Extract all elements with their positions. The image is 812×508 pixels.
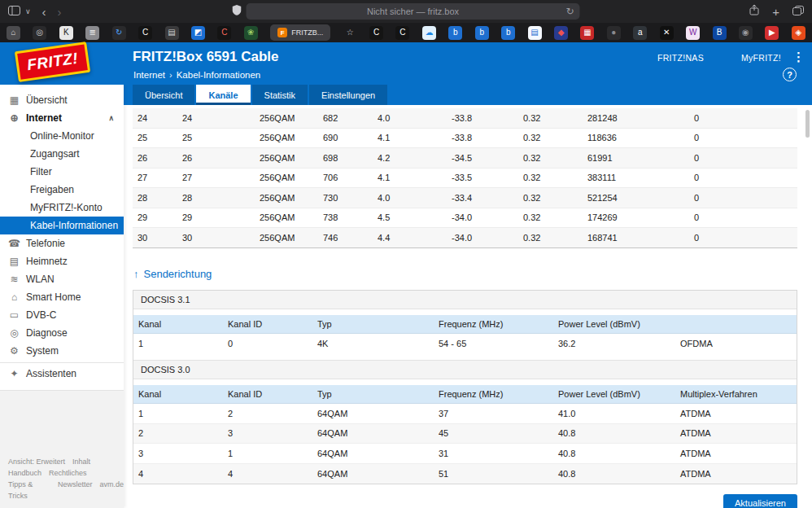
play-favicon[interactable]: ▶ [765,26,779,40]
table-cell: 2 [138,428,228,438]
table-row: 2424256QAM6824.0-33.80.322812480 [133,108,797,129]
sidebar-item-bersicht[interactable]: ▦Übersicht [0,91,124,109]
fritzbox-active-tab[interactable]: FFRITZB... [270,24,330,41]
forward-button[interactable]: › [58,6,62,18]
sidebar-item-system[interactable]: ⚙System [0,342,124,360]
red-grid-favicon[interactable]: ▦ [580,26,594,40]
sidebar-item-wlan[interactable]: ≋WLAN [0,270,124,288]
table-cell: 30 [138,233,182,243]
breadcrumb: Internet › Kabel-Informationen [133,70,260,80]
sidebar-item-freigaben[interactable]: Freigaben [0,181,124,199]
doc-favicon[interactable]: ≣ [85,26,99,40]
footer-link-ansicht-erweitert[interactable]: Ansicht: Erweitert [8,456,65,467]
footer-link-inhalt[interactable]: Inhalt [72,456,90,467]
purple-favicon[interactable]: W [686,26,700,40]
sidebar-item-heimnetz[interactable]: ▤Heimnetz [0,252,124,270]
table-cell: 64QAM [317,409,439,418]
footer-link-tipps-tricks[interactable]: Tipps & Tricks [8,479,50,501]
table-row: 3164QAM3140.8ATDMA [133,444,797,464]
table-cell: 64QAM [317,469,439,479]
table-row: 2727256QAM7064.1-33.50.323831110 [133,169,797,189]
overflow-menu-icon[interactable]: ⋮ [792,50,805,64]
table-cell: -33.4 [452,193,523,203]
chevron-down-icon[interactable]: ∨ [25,8,31,15]
sidebar-item-dvb-c[interactable]: ▭DVB-C [0,306,124,324]
tab-uebersicht[interactable]: Übersicht [133,85,194,105]
sidebar-item-telefonie[interactable]: ☎Telefonie [0,234,124,252]
c-red-favicon[interactable]: C [217,26,231,40]
sidebar-item-online-monitor[interactable]: Online-Monitor [0,127,124,145]
address-bar[interactable]: Nicht sicher — fritz.box ↻ [247,3,580,20]
table-row: 4464QAM5140.8ATDMA [133,464,797,484]
dark-ring-favicon[interactable]: ◉ [739,26,753,40]
doc-blue-favicon[interactable]: ▤ [528,26,542,40]
table-cell: 3 [228,428,317,438]
leaf-favicon[interactable]: ❀ [244,26,258,40]
sidebar-item-internet[interactable]: ⊕Internet∧ [0,109,124,127]
refresh-button[interactable]: Aktualisieren [723,494,797,508]
docsis30-title: DOCSIS 3.0 [133,360,797,379]
scrollbar-thumb[interactable] [805,110,810,138]
b1-favicon[interactable]: b [448,26,462,40]
sidebar-item-diagnose[interactable]: ◎Diagnose [0,324,124,342]
table-cell: 2 [228,409,317,418]
back-button[interactable]: ‹ [42,6,46,18]
x-favicon[interactable]: ✕ [660,26,674,40]
sidebar-item-label: WLAN [26,274,55,285]
sidebar-item-kabel-informationen[interactable]: Kabel-Informationen [0,217,124,234]
share-icon[interactable] [749,4,759,19]
b3-favicon[interactable]: b [501,26,515,40]
fritz-favicon-icon: F [277,28,287,37]
table-cell: 0 [228,339,317,348]
tab-einstellungen[interactable]: Einstellungen [309,85,387,105]
grid-favicon[interactable]: ▤ [165,26,179,40]
table-cell: 4.1 [378,133,452,142]
dark-dot-favicon[interactable]: ● [607,26,621,40]
orange-favicon[interactable]: ◈ [792,26,805,40]
senderichtung-heading[interactable]: ↑ Senderichtung [133,268,797,280]
privacy-shield-icon[interactable] [233,4,242,19]
ring-favicon[interactable]: ◎ [33,26,46,40]
footer-link-avm-de[interactable]: avm.de [99,479,124,501]
sidebar-item-label: Filter [30,166,52,177]
a-favicon[interactable]: a [633,26,647,40]
sidebar-item-myfritz-konto[interactable]: MyFRITZ!-Konto [0,199,124,217]
table-cell: 40.8 [558,449,680,458]
c3-favicon[interactable]: C [395,26,409,40]
help-button[interactable]: ? [783,68,797,81]
new-tab-icon[interactable]: + [772,5,779,19]
b2-favicon[interactable]: b [475,26,489,40]
reload-icon[interactable]: ↻ [565,6,574,17]
c2-favicon[interactable]: C [369,26,383,40]
sidebar-item-assistenten[interactable]: ✦Assistenten [0,362,124,382]
sidebar-item-zugangsart[interactable]: Zugangsart [0,145,124,163]
footer-link-handbuch[interactable]: Handbuch [8,467,41,479]
star-favicon[interactable]: ☆ [343,26,357,40]
c-favicon[interactable]: C [138,26,152,40]
table-cell: ATDMA [680,409,797,418]
tab-statistik[interactable]: Statistik [252,85,308,105]
sync-favicon[interactable]: ↻ [112,26,126,40]
table-cell: 27 [182,173,260,182]
sidebar-item-filter[interactable]: Filter [0,163,124,181]
myfritz-link[interactable]: MyFRITZ! [741,53,781,63]
footer-link-rechtliches[interactable]: Rechtliches [49,467,87,479]
tab-kanaele[interactable]: Kanäle [196,85,250,105]
tab-overview-icon[interactable] [792,4,804,19]
footer-link-newsletter[interactable]: Newsletter [58,479,93,501]
sidebar-toggle-icon[interactable] [8,4,20,19]
fritz-logo[interactable]: FRITZ! [15,42,91,82]
blue-app-favicon[interactable]: ◩ [191,26,205,40]
cloud-favicon[interactable]: ☁ [422,26,436,40]
table-cell: 521254 [587,193,694,203]
navy-favicon[interactable]: ◆ [554,26,568,40]
table-cell: 26 [182,153,260,163]
fritznas-link[interactable]: FRITZ!NAS [657,53,704,63]
breadcrumb-section[interactable]: Internet [133,70,165,80]
column-header: Kanal ID [228,319,317,329]
sidebar-item-smart-home[interactable]: ⌂Smart Home [0,288,124,306]
k-favicon[interactable]: K [59,26,73,40]
table-cell: 3 [138,449,228,458]
blue-b-favicon[interactable]: B [713,26,727,40]
home-favicon[interactable]: ⌂ [7,26,20,40]
